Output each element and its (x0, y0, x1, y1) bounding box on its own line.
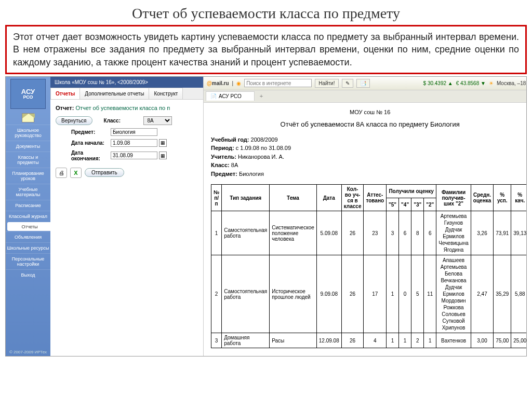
th-attested: Аттес-товано (364, 185, 387, 211)
report-name: Отчет об успеваемости класса по п (75, 105, 170, 111)
usd-rate: $ 30.4392 ▲ (423, 80, 453, 86)
sidebar: АСУ РСО Школьное руководствоДокументыКла… (6, 77, 50, 356)
date-from-input[interactable] (111, 139, 157, 147)
sidebar-item[interactable]: Классный журнал (6, 211, 50, 222)
excel-icon[interactable]: X (70, 168, 82, 178)
th-g3: "3" (411, 198, 424, 211)
tab-label: АСУ РСО (219, 93, 242, 99)
report-title-line: Отчет: Отчет об успеваемости класса по п (56, 105, 198, 111)
th-names2: Фамилии получив-ших "2" (436, 185, 471, 211)
form-panel: Школа «МОУ сош № 16», <2008/2009> Отчеты… (50, 77, 203, 356)
class-label: Класс: (104, 118, 143, 123)
sidebar-item[interactable]: Школьное руководство (6, 125, 50, 141)
browser-panel: @mail.ru | ◉ Найти! ✎ 📑 $ 30.4392 ▲ € 43… (203, 77, 527, 356)
send-button[interactable]: Отправить (85, 168, 124, 177)
bookmark-icon[interactable]: 📑 (356, 79, 370, 88)
calendar-icon[interactable]: ▦ (159, 152, 167, 159)
school-header: Школа «МОУ сош № 16», <2008/2009> (50, 77, 203, 88)
browser-tabs: 📄 АСУ РСО + (204, 90, 527, 103)
th-date: Дата (316, 185, 341, 211)
th-usp: % усп. (494, 185, 511, 211)
th-g5: "5" (387, 198, 399, 211)
tab[interactable]: Дополнительные отчеты (79, 88, 149, 99)
nav-list: Школьное руководствоДокументыКлассы и пр… (6, 125, 50, 280)
th-g2: "2" (424, 198, 436, 211)
report-header: Отчёт об успеваемости 8А класса по предм… (211, 120, 527, 128)
sidebar-item[interactable]: Документы (6, 141, 50, 152)
sidebar-item[interactable]: Школьные ресурсы (6, 242, 50, 253)
grades-table: № п/п Тип задания Тема Дата Кол-во уч-ся… (211, 184, 527, 348)
subject-label: Предмет: (71, 129, 111, 135)
logo: АСУ РСО (10, 79, 46, 109)
class-select[interactable]: 8А (143, 116, 172, 125)
sidebar-item[interactable]: Выход (6, 269, 50, 280)
find-button[interactable]: Найти! (315, 79, 338, 88)
th-num: № п/п (211, 185, 222, 211)
th-type: Тип задания (222, 185, 270, 211)
th-count: Кол-во уч-ся в классе (341, 185, 364, 211)
th-avg: Средн. оценка (471, 185, 493, 211)
description-box: Этот отчет дает возможность увидеть карт… (5, 25, 527, 74)
sidebar-item[interactable]: Отчеты (7, 222, 52, 231)
browser-tab-item[interactable]: 📄 АСУ РСО (206, 91, 255, 101)
form-body: Отчет: Отчет об успеваемости класса по п… (50, 100, 203, 183)
print-icon[interactable]: 🖨 (56, 168, 67, 178)
sidebar-item[interactable]: Расписание (6, 200, 50, 211)
subject-input[interactable] (111, 128, 157, 136)
th-topic: Тема (270, 185, 317, 211)
tab[interactable]: Конструкт (149, 88, 183, 99)
copyright: © 2007-2009 ИРТех (8, 348, 48, 356)
sidebar-item[interactable]: Планирование уроков (6, 168, 50, 184)
report-content: МОУ сош № 16 Отчёт об успеваемости 8А кл… (204, 103, 527, 356)
tabs-bar: ОтчетыДополнительные отчетыКонструкт (50, 88, 203, 100)
th-kach: % кач. (511, 185, 527, 211)
weather-icon: ☀ (489, 80, 494, 86)
tab-favicon: 📄 (210, 93, 217, 99)
search-input[interactable] (244, 79, 312, 87)
th-got-grade: Получили оценку (387, 185, 436, 198)
mail-toolbar: @mail.ru | ◉ Найти! ✎ 📑 $ 30.4392 ▲ € 43… (204, 77, 527, 90)
sidebar-item[interactable]: Учебные материалы (6, 184, 50, 200)
weather-text: Москва, –18 °C (497, 80, 527, 86)
app-container: АСУ РСО Школьное руководствоДокументыКла… (5, 76, 527, 356)
eur-rate: € 43.8568 ▼ (456, 80, 486, 86)
vsep: | (232, 80, 234, 86)
report-school: МОУ сош № 16 (211, 109, 527, 115)
table-row: 1Самостоятельная работаСистематическое п… (211, 211, 527, 255)
back-button[interactable]: Вернуться (56, 116, 92, 125)
tab[interactable]: Отчеты (50, 88, 80, 99)
sidebar-item[interactable]: Персональные настройки (6, 253, 50, 269)
date-to-label: Дата окончания: (71, 150, 111, 161)
new-tab-button[interactable]: + (255, 91, 268, 101)
mail-logo[interactable]: @mail.ru (207, 80, 229, 86)
th-g4: "4" (399, 198, 411, 211)
report-meta: Учебный год: 2008/2009 Период: с 1.09.08… (211, 135, 527, 179)
logo-line2: РСО (23, 95, 33, 100)
logo-line1: АСУ (21, 88, 35, 95)
table-row: 3Домашняя работаРасы12.09.082641121Вахте… (211, 333, 527, 348)
sidebar-item[interactable]: Классы и предметы (6, 152, 50, 168)
calendar-icon[interactable]: ▦ (159, 139, 167, 147)
date-to-input[interactable] (111, 152, 157, 159)
date-from-label: Дата начала: (71, 140, 111, 146)
table-row: 2Самостоятельная работаИсторическое прош… (211, 255, 527, 333)
sidebar-item[interactable]: Объявления (6, 231, 50, 242)
search-icon: ◉ (236, 80, 241, 86)
mail-icon[interactable] (22, 113, 34, 122)
report-label: Отчет: (56, 105, 74, 111)
slide-title: Отчет об успеваемости класса по предмету (0, 0, 532, 25)
edit-icon[interactable]: ✎ (342, 79, 353, 88)
